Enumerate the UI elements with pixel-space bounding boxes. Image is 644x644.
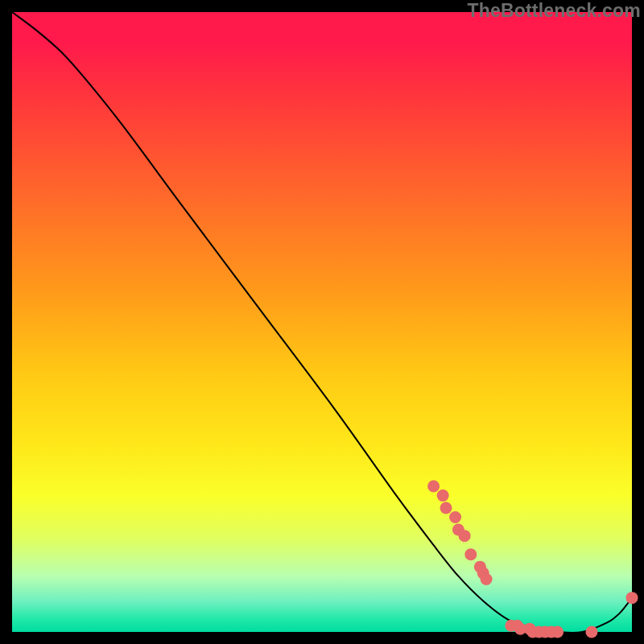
data-dot	[585, 626, 597, 638]
data-dot	[551, 626, 564, 638]
plot-area	[12, 12, 632, 632]
data-dot	[449, 511, 461, 523]
data-dot	[440, 502, 452, 514]
data-dot	[626, 592, 638, 604]
data-dot	[464, 548, 477, 560]
watermark-text: TheBottleneck.com	[467, 0, 641, 22]
curve-line	[12, 12, 632, 633]
data-dot	[437, 489, 449, 502]
data-dot	[481, 573, 493, 585]
chart-svg	[12, 12, 632, 632]
data-dot	[427, 481, 440, 493]
data-dot	[459, 530, 471, 542]
scatter-dots	[427, 481, 638, 638]
